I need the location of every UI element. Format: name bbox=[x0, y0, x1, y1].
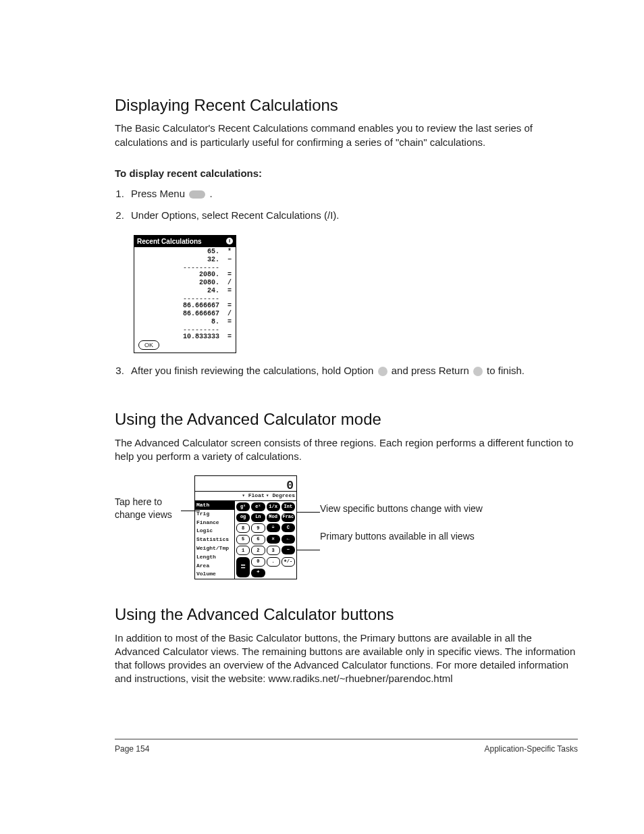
calc-button[interactable]: . bbox=[267, 557, 280, 567]
calc-button[interactable]: Int bbox=[281, 502, 295, 511]
calc-button[interactable]: ÷ bbox=[267, 523, 280, 532]
button-grid: gˣeˣ1/xIntogLnModFrac89÷C56×←123−=0.+/-+ bbox=[235, 501, 296, 579]
degrees-dropdown[interactable]: ▾ Degrees bbox=[266, 492, 295, 500]
step-1-suffix: . bbox=[209, 188, 212, 199]
advanced-mode-text: The Advanced Calculator screen consists … bbox=[115, 436, 578, 464]
calc-button[interactable]: 5 bbox=[236, 535, 250, 544]
calc-row: 86.666667/ bbox=[138, 309, 232, 317]
calc-button[interactable]: 0 bbox=[251, 557, 265, 567]
step-3: After you finish reviewing the calculati… bbox=[127, 363, 578, 384]
calc-display: 0 bbox=[195, 476, 296, 491]
calculator-mock: 0 ▾ Float ▾ Degrees MathTrigFinanceLogic… bbox=[194, 475, 297, 579]
calc-button[interactable]: ← bbox=[281, 535, 295, 544]
calc-row: 65.* bbox=[138, 247, 232, 255]
calc-button[interactable]: 1 bbox=[236, 546, 250, 555]
steps-list: Press Menu . Under Options, select Recen… bbox=[115, 186, 578, 230]
calc-button[interactable]: gˣ bbox=[236, 502, 250, 511]
separator: --------- bbox=[138, 325, 232, 332]
steps-lead: To display recent calculations: bbox=[115, 167, 578, 180]
calc-button[interactable]: 2 bbox=[251, 546, 265, 555]
info-icon: i bbox=[226, 238, 233, 244]
menu-item[interactable]: Area bbox=[195, 562, 234, 571]
steps-list-cont: After you finish reviewing the calculati… bbox=[115, 363, 578, 384]
separator: --------- bbox=[138, 263, 232, 270]
menu-item[interactable]: Volume bbox=[195, 570, 234, 579]
menu-icon bbox=[189, 190, 205, 199]
calc-button[interactable]: 6 bbox=[251, 535, 265, 544]
calc-button[interactable]: × bbox=[267, 535, 280, 544]
calc-button[interactable]: Frac bbox=[281, 513, 295, 522]
heading-advanced-mode: Using the Advanced Calculator mode bbox=[115, 409, 578, 430]
calc-button[interactable]: 3 bbox=[267, 546, 280, 555]
menu-item[interactable]: Finance bbox=[195, 519, 234, 527]
calc-button[interactable]: Ln bbox=[251, 513, 265, 522]
calc-button[interactable]: = bbox=[236, 557, 250, 577]
menu-item[interactable]: Logic bbox=[195, 527, 234, 536]
step-3a: After you finish reviewing the calculati… bbox=[131, 365, 377, 376]
step-2: Under Options, select Recent Calculation… bbox=[127, 207, 578, 229]
step-1: Press Menu . bbox=[127, 186, 578, 207]
menu-item[interactable]: Trig bbox=[195, 510, 234, 519]
option-icon bbox=[378, 367, 387, 376]
recent-title: Recent Calculations bbox=[137, 237, 202, 246]
intro-text: The Basic Calculator's Recent Calculatio… bbox=[115, 122, 578, 149]
calc-row: 2080./ bbox=[138, 278, 232, 286]
calc-button[interactable]: 8 bbox=[236, 523, 250, 533]
right-annotation-1: View specific buttons change with view bbox=[320, 502, 483, 515]
calc-button[interactable]: + bbox=[251, 569, 265, 577]
calc-row: 8.= bbox=[138, 317, 232, 325]
calc-button[interactable]: +/- bbox=[281, 557, 295, 567]
step-3c: to finish. bbox=[487, 365, 525, 376]
calc-row: 10.833333= bbox=[138, 332, 232, 340]
calc-button[interactable]: C bbox=[281, 523, 295, 532]
calc-row: 86.666667= bbox=[138, 301, 232, 309]
recent-calculations-figure: Recent Calculations i 65.*32.−---------2… bbox=[134, 235, 578, 354]
menu-item[interactable]: Length bbox=[195, 553, 234, 562]
calc-button[interactable]: Mod bbox=[267, 513, 280, 522]
page-number: Page 154 bbox=[115, 744, 149, 754]
right-annotation-2: Primary buttons available in all views bbox=[320, 530, 483, 543]
menu-item[interactable]: Weight/Tmp bbox=[195, 544, 234, 553]
separator: --------- bbox=[138, 294, 232, 301]
calc-button[interactable]: 9 bbox=[251, 523, 265, 533]
calc-row: 32.− bbox=[138, 255, 232, 263]
heading-advanced-buttons: Using the Advanced Calculator buttons bbox=[115, 604, 578, 625]
ok-button[interactable]: OK bbox=[138, 340, 159, 350]
float-dropdown[interactable]: ▾ Float bbox=[242, 492, 265, 500]
heading-recent-calculations: Displaying Recent Calculations bbox=[115, 95, 578, 116]
menu-item[interactable]: Math bbox=[195, 501, 234, 510]
page-footer: Page 154 Application-Specific Tasks bbox=[115, 739, 578, 754]
calc-button[interactable]: 1/x bbox=[267, 502, 280, 511]
view-menu[interactable]: MathTrigFinanceLogicStatisticsWeight/Tmp… bbox=[195, 501, 235, 579]
menu-item[interactable]: Statistics bbox=[195, 536, 234, 544]
return-icon bbox=[473, 367, 483, 376]
step-1-text: Press Menu bbox=[131, 188, 188, 199]
calc-button[interactable]: og bbox=[236, 513, 250, 522]
left-annotation: Tap here to change views bbox=[115, 496, 194, 521]
section-title: Application-Specific Tasks bbox=[484, 744, 578, 754]
step-3b: and press Return bbox=[392, 365, 472, 376]
advanced-buttons-text: In addition to most of the Basic Calcula… bbox=[115, 631, 578, 686]
calc-button[interactable]: eˣ bbox=[251, 502, 265, 511]
calc-button[interactable]: − bbox=[281, 546, 295, 554]
advanced-calc-figure: Tap here to change views 0 ▾ Float ▾ Deg… bbox=[115, 475, 578, 579]
calc-row: 2080.= bbox=[138, 270, 232, 278]
calc-row: 24.= bbox=[138, 286, 232, 294]
